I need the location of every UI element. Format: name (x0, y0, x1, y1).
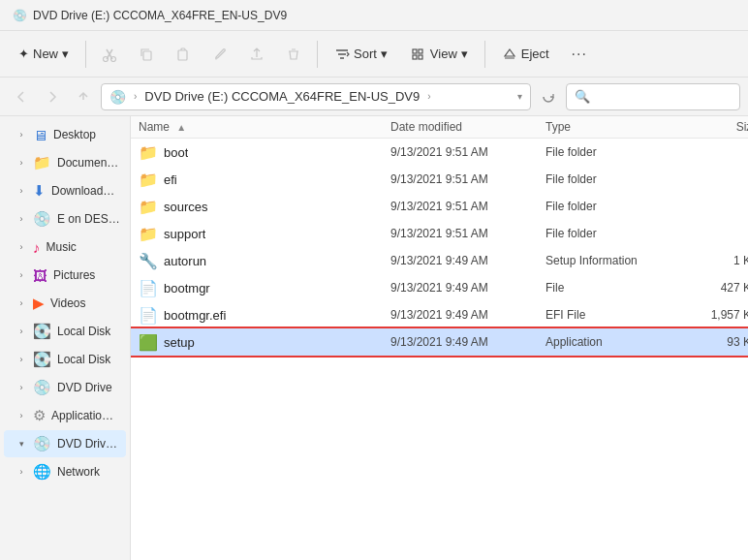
expand-local-disk-1[interactable]: › (16, 326, 27, 337)
file-name-setup: setup (164, 335, 195, 350)
expand-application[interactable]: › (16, 410, 27, 421)
svg-rect-6 (419, 49, 422, 53)
e-on-desk-icon: 💿 (33, 210, 51, 228)
file-type-efi: File folder (545, 172, 681, 186)
paste-button[interactable] (166, 37, 201, 72)
column-name[interactable]: Name ▲ (139, 120, 390, 134)
sort-button[interactable]: Sort ▾ (324, 37, 398, 72)
table-row[interactable]: 📁 sources 9/13/2021 9:51 AM File folder (131, 193, 748, 220)
expand-downloads[interactable]: › (16, 185, 27, 197)
file-type-boot: File folder (545, 145, 681, 159)
content-area: Name ▲ Date modified Type Size 📁 boot 9/… (131, 116, 748, 560)
sidebar-label-videos: Videos (50, 296, 85, 310)
up-button[interactable] (70, 83, 97, 110)
expand-e-on-desk[interactable]: › (16, 213, 27, 225)
sidebar-label-local-disk-1: Local Disk (57, 325, 110, 338)
sidebar-item-music[interactable]: › ♪ Music (4, 233, 126, 261)
sidebar-label-dvd-drive: DVD Drive (57, 381, 112, 394)
table-row[interactable]: 📁 boot 9/13/2021 9:51 AM File folder (131, 139, 748, 166)
search-box[interactable]: 🔍 (566, 83, 740, 110)
sidebar-item-downloads[interactable]: › ⬇ Download… (4, 177, 126, 204)
column-size[interactable]: Size (681, 120, 748, 134)
address-bar[interactable]: 💿 › DVD Drive (E:) CCCOMA_X64FRE_EN-US_D… (101, 83, 531, 110)
view-button[interactable]: View ▾ (400, 37, 479, 72)
toolbar-sep-2 (317, 41, 318, 68)
share-button[interactable] (239, 37, 274, 72)
sidebar-item-videos[interactable]: › ▶ Videos (4, 290, 126, 317)
sidebar-item-dvd-drive-current[interactable]: ▾ 💿 DVD Drive (… (4, 430, 126, 457)
svg-rect-5 (413, 55, 417, 59)
file-date-autorun: 9/13/2021 9:49 AM (390, 254, 545, 267)
toolbar-sep-3 (484, 41, 485, 68)
sidebar-item-desktop[interactable]: › 🖥 Desktop (4, 121, 126, 148)
table-row[interactable]: 🟩 setup 9/13/2021 9:49 AM Application 93… (131, 328, 748, 356)
expand-videos[interactable]: › (16, 297, 27, 309)
file-name-cell: 🟩 setup (139, 333, 390, 352)
file-type-autorun: Setup Information (545, 254, 681, 267)
file-date-setup: 9/13/2021 9:49 AM (390, 335, 545, 349)
sidebar-item-dvd-drive[interactable]: › 💿 DVD Drive (4, 374, 126, 401)
file-name-sources: sources (164, 200, 208, 214)
expand-network[interactable]: › (16, 466, 27, 478)
address-bar-path: DVD Drive (E:) CCCOMA_X64FRE_EN-US_DV9 (144, 89, 420, 104)
application-icon: ⚙ (33, 407, 46, 424)
table-row[interactable]: 📄 bootmgr 9/13/2021 9:49 AM File 427 KB (131, 274, 748, 301)
file-date-bootmgr-efi: 9/13/2021 9:49 AM (390, 308, 545, 322)
column-date[interactable]: Date modified (390, 120, 545, 134)
table-row[interactable]: 📄 bootmgr.efi 9/13/2021 9:49 AM EFI File… (131, 301, 748, 328)
sidebar-item-pictures[interactable]: › 🖼 Pictures (4, 262, 126, 289)
file-name-boot: boot (164, 145, 188, 160)
table-row[interactable]: 📁 efi 9/13/2021 9:51 AM File folder (131, 166, 748, 193)
svg-rect-2 (143, 51, 151, 60)
file-icon-sources: 📁 (139, 198, 158, 216)
file-icon-efi: 📁 (139, 171, 158, 189)
sidebar-label-local-disk-2: Local Disk (57, 353, 110, 366)
file-name-cell: 📄 bootmgr (139, 279, 390, 297)
column-type[interactable]: Type (545, 120, 681, 134)
more-button[interactable]: ··· (562, 37, 597, 72)
sidebar-item-e-on-desk[interactable]: › 💿 E on DESK… (4, 205, 126, 233)
table-row[interactable]: 🔧 autorun 9/13/2021 9:49 AM Setup Inform… (131, 247, 748, 274)
delete-button[interactable] (276, 37, 311, 72)
new-button[interactable]: ✦ New ▾ (8, 37, 79, 72)
sidebar-item-network[interactable]: › 🌐 Network (4, 458, 126, 485)
title-bar-text: DVD Drive (E:) CCCOMA_X64FRE_EN-US_DV9 (33, 9, 287, 22)
file-size-autorun: 1 KB (681, 254, 748, 267)
rename-button[interactable] (203, 37, 237, 72)
file-name-support: support (164, 227, 205, 241)
expand-music[interactable]: › (16, 241, 27, 253)
address-dropdown-btn[interactable]: ▾ (517, 91, 522, 102)
address-bar-dvd-icon: 💿 (109, 89, 126, 105)
refresh-button[interactable] (535, 83, 562, 110)
cut-button[interactable] (92, 37, 127, 72)
sidebar-label-downloads: Download… (51, 184, 114, 198)
videos-icon: ▶ (33, 295, 45, 312)
copy-button[interactable] (129, 37, 164, 72)
svg-rect-3 (178, 50, 187, 60)
file-name-bootmgr-efi: bootmgr.efi (164, 308, 226, 323)
forward-button[interactable] (39, 83, 66, 110)
file-icon-bootmgr-efi: 📄 (139, 306, 158, 325)
file-name-cell: 📁 support (139, 225, 390, 243)
desktop-icon: 🖥 (33, 127, 47, 143)
expand-local-disk-2[interactable]: › (16, 354, 27, 365)
sidebar-item-application[interactable]: › ⚙ Applicatio… (4, 402, 126, 429)
new-dropdown-arrow: ▾ (62, 47, 69, 61)
file-list-header: Name ▲ Date modified Type Size (131, 116, 748, 139)
expand-desktop[interactable]: › (16, 129, 27, 140)
expand-pictures[interactable]: › (16, 269, 27, 281)
expand-documents[interactable]: › (16, 157, 27, 169)
expand-dvd-drive-current[interactable]: ▾ (16, 438, 27, 450)
file-icon-bootmgr: 📄 (139, 279, 158, 297)
file-type-support: File folder (545, 227, 681, 240)
sidebar-item-documents[interactable]: › 📁 Documen… (4, 149, 126, 176)
table-row[interactable]: 📁 support 9/13/2021 9:51 AM File folder (131, 220, 748, 247)
toolbar: ✦ New ▾ Sort ▾ View ▾ Eject ··· (0, 31, 748, 78)
title-bar-icon: 💿 (12, 8, 27, 23)
back-button[interactable] (8, 83, 35, 110)
sidebar-item-local-disk-2[interactable]: › 💽 Local Disk (4, 346, 126, 373)
eject-button[interactable]: Eject (491, 37, 560, 72)
documents-icon: 📁 (33, 154, 51, 171)
expand-dvd-drive[interactable]: › (16, 382, 27, 393)
sidebar-item-local-disk-1[interactable]: › 💽 Local Disk (4, 318, 126, 345)
